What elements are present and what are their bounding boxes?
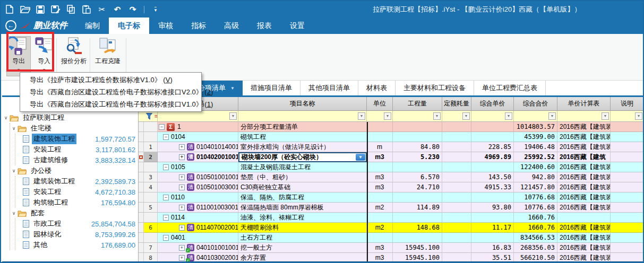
table-row[interactable]: −0114油漆、涂料、裱糊工程1660.76 (139, 213, 644, 223)
name-cell[interactable]: C30商砼独立基础 (238, 182, 367, 192)
code-cell[interactable]: +清010501001001 (158, 172, 238, 182)
price-table-cell[interactable]: 2016西藏【建筑装 (557, 132, 611, 142)
tree-item-其他[interactable]: 其他176,689.00 (15, 240, 138, 250)
quota-usage-cell[interactable] (442, 152, 471, 162)
filter-cell-单位[interactable]: ▼ (367, 111, 393, 122)
name-dropdown-button[interactable]: ▼ (356, 154, 365, 161)
unit-cell[interactable]: m3 (367, 152, 393, 162)
price-table-cell[interactable]: 2016西藏【建筑装 (557, 192, 611, 203)
column-header-项目名称[interactable]: 项目名称 (238, 97, 367, 111)
code-cell[interactable]: +清010501003001 (158, 182, 238, 192)
table-row[interactable]: 1+清010401014001室外排水暗沟（做法详见设计）m84.80228.8… (139, 142, 644, 152)
expand-icon[interactable]: + (179, 255, 185, 261)
table-row[interactable]: −0110保温、隔热、防腐工程10776.682016西藏【建筑装 (139, 192, 644, 203)
price-table-cell[interactable]: 2016西藏【建筑 (557, 152, 611, 162)
price-table-cell[interactable]: 2016西藏【建筑装 (557, 142, 611, 152)
name-cell[interactable]: 油漆、涂料、裱糊工程 (238, 213, 367, 223)
filter-cell-工程量[interactable]: ▼ (393, 111, 442, 122)
total-price-cell[interactable]: 122400.60 (514, 162, 557, 172)
price-table-cell[interactable]: 2016西藏【建筑装 (557, 203, 611, 213)
filter-dropdown-icon[interactable]: ▼ (548, 112, 556, 120)
doc-tab-主要材料和工程设备[interactable]: 主要材料和工程设备 (396, 81, 474, 95)
chevron-expanded-icon[interactable]: ∨ (10, 168, 18, 173)
name-cell[interactable]: 分部分项工程量清单 (238, 122, 367, 132)
code-cell[interactable]: −0104 (158, 132, 238, 142)
quota-usage-cell[interactable] (442, 192, 471, 203)
row-number-cell[interactable] (144, 213, 158, 223)
price-table-cell[interactable]: 2016西藏【建筑装 (557, 122, 611, 132)
doc-tab-其他项目清单[interactable]: 其他项目清单 (300, 81, 358, 95)
filter-dropdown-icon[interactable]: ▼ (602, 112, 609, 120)
quantity-cell[interactable] (393, 192, 442, 203)
quota-usage-cell[interactable] (442, 223, 471, 233)
name-cell[interactable]: 砌块墙200厚（砼实心砌块）▼ (238, 152, 367, 162)
quota-usage-cell[interactable] (442, 172, 471, 182)
note-cell[interactable] (611, 233, 644, 243)
note-cell[interactable] (611, 213, 644, 223)
expand-icon[interactable]: + (179, 205, 185, 211)
table-row[interactable]: 7+清✓040101001001挖一般土方m315945.10016.83268… (139, 243, 644, 253)
quota-usage-cell[interactable] (442, 162, 471, 172)
code-cell[interactable]: −0114 (158, 213, 238, 223)
filter-dropdown-icon[interactable]: ▼ (635, 112, 642, 120)
collapse-icon[interactable]: − (159, 124, 165, 130)
filter-cell-编码[interactable]: ▼ (158, 111, 238, 122)
quota-usage-cell[interactable] (442, 182, 471, 192)
tree-item-园林绿化[interactable]: 园林绿化8,753,999.26 (15, 229, 138, 240)
note-cell[interactable] (611, 182, 644, 192)
ribbon-tab-高级[interactable]: 高级 (215, 17, 248, 34)
filter-cell-综合合价[interactable]: ▼ (514, 111, 557, 122)
cut-icon[interactable]: ✂ (97, 4, 107, 15)
row-number-cell[interactable]: 1 (144, 142, 158, 152)
row-number-cell[interactable]: 5 (144, 203, 158, 213)
expand-icon[interactable]: + (179, 225, 185, 231)
tree-group-住宅楼[interactable]: ∨住宅楼 (10, 123, 138, 134)
quantity-cell[interactable] (393, 233, 442, 243)
row-number-cell[interactable] (144, 122, 158, 132)
filter-cell-综合单价[interactable]: ▼ (471, 111, 514, 122)
table-row[interactable]: −0105混凝土及钢筋混凝土工程122400.602016西藏【建筑装 (139, 162, 644, 172)
collapse-icon[interactable]: − (163, 134, 169, 140)
expand-icon[interactable]: + (179, 185, 185, 190)
tree-root-project[interactable]: ∨拉萨联测工程 (2, 112, 138, 123)
price-table-cell[interactable]: 2016西藏【建筑装 (557, 172, 611, 182)
unit-cell[interactable]: m2 (367, 203, 393, 213)
total-price-cell[interactable]: 19406.48 (514, 142, 557, 152)
filter-dropdown-icon[interactable]: ▼ (505, 112, 512, 120)
filter-cell-定额耗量[interactable]: ▼ (442, 111, 471, 122)
redo-icon[interactable]: ↷ (127, 4, 138, 15)
quantity-cell[interactable] (393, 132, 442, 142)
column-header-单位[interactable]: 单位 (367, 97, 393, 111)
ribbon-tab-报表[interactable]: 报表 (248, 17, 281, 34)
unit-price-cell[interactable]: 4969.89 (471, 152, 514, 162)
row-number-cell[interactable] (144, 132, 158, 142)
name-cell[interactable]: 保温隔热墙面 80mm厚岩棉板 (238, 203, 367, 213)
column-header-工程量[interactable]: 工程量 (393, 97, 442, 111)
filter-dropdown-icon[interactable]: ▼ (358, 112, 365, 120)
total-price-cell[interactable]: 1660.76 (514, 223, 557, 233)
price-table-cell[interactable]: 2016西藏【建筑装 (557, 223, 611, 233)
table-row[interactable]: 2+清010402001001砌块墙200厚（砼实心砌块）▼m35.230496… (139, 152, 644, 162)
total-price-cell[interactable]: 10776.68 (514, 192, 557, 203)
code-cell[interactable]: +清010402001001 (158, 152, 238, 162)
customize-toolbar-icon[interactable]: ▾ (150, 4, 161, 15)
unit-cell[interactable]: m2 (367, 223, 393, 233)
unit-price-cell[interactable] (471, 233, 514, 243)
row-number-cell[interactable] (144, 162, 158, 172)
table-row[interactable]: −Σ1分部分项工程量清单1014803.572016西藏【建筑装 (139, 122, 644, 132)
price-table-cell[interactable]: 2016西藏【建筑装 (557, 182, 611, 192)
tree-item-建筑装饰工程[interactable]: 建筑装饰工程1,597,720.57 (15, 134, 138, 144)
table-row[interactable]: −0104砌筑工程45399.002016西藏【建筑装 (139, 132, 644, 142)
undo-icon[interactable]: ↶ (112, 4, 123, 15)
expand-icon[interactable]: + (179, 174, 185, 180)
collapse-icon[interactable]: − (163, 215, 169, 221)
name-cell[interactable]: 垫层（中、粗砂） (238, 172, 367, 182)
table-row[interactable]: 4+清010501003001C30商砼独立基础m324.7104915.331… (139, 182, 644, 192)
unit-cell[interactable]: m3 (367, 182, 393, 192)
note-cell[interactable] (611, 152, 644, 162)
filter-cell-说明[interactable]: ▼ (611, 111, 644, 122)
tree-group-办公楼[interactable]: ∨办公楼 (10, 165, 138, 176)
quota-usage-cell[interactable] (442, 213, 471, 223)
name-cell[interactable]: 混凝土及钢筋混凝土工程 (238, 162, 367, 172)
quantity-cell[interactable]: 148.68 (393, 223, 442, 233)
